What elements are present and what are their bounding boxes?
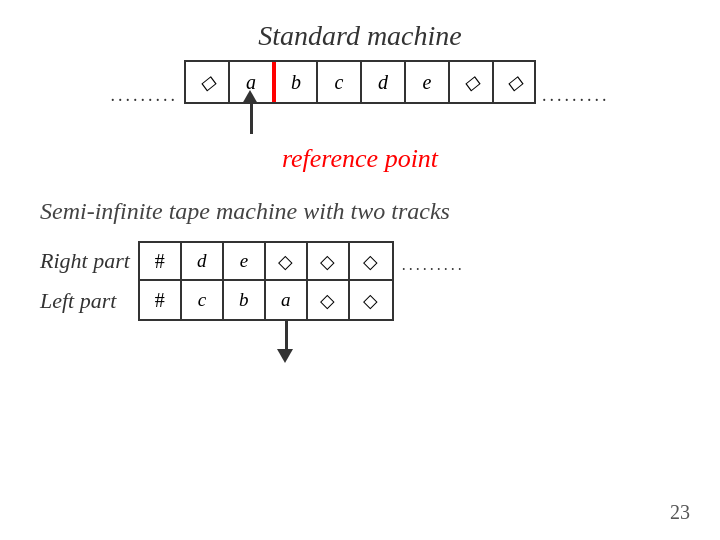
top-cell-3: ◇ [266, 243, 308, 281]
standard-tape-container: ◇ a b c d [184, 60, 536, 140]
bot-cell-0: # [140, 281, 182, 319]
top-cell-5: ◇ [350, 243, 392, 281]
dots-right: ········· [542, 90, 610, 111]
tape-cell-0: ◇ [184, 62, 228, 102]
bottom-track-row: # c b a ◇ ◇ [140, 281, 392, 319]
semi-infinite-title: Semi-infinite tape machine with two trac… [40, 198, 690, 225]
bottom-arrow-head [277, 349, 293, 363]
bot-cell-3: a [266, 281, 308, 319]
two-track-area: Right part Left part # d e ◇ ◇ [40, 241, 690, 359]
track-labels: Right part Left part [40, 241, 130, 321]
tape-cell-5-content: e [423, 71, 432, 94]
tape-cell-7: ◇ [492, 62, 536, 102]
tape-cell-5: e [404, 62, 448, 102]
tape-cell-4-content: d [378, 71, 388, 94]
page-number: 23 [670, 501, 690, 524]
tape-cell-2: b [272, 62, 316, 102]
tape-cell-0-content: ◇ [200, 70, 215, 94]
bot-cell-2: b [224, 281, 266, 319]
tape-cell-6: ◇ [448, 62, 492, 102]
right-part-label: Right part [40, 241, 130, 281]
standard-machine-title: Standard machine [30, 20, 690, 52]
tape-cell-4: d [360, 62, 404, 102]
tape-cells: ◇ a b c d [184, 60, 536, 104]
bot-cell-4: ◇ [308, 281, 350, 319]
double-tape: # d e ◇ ◇ ◇ # c [138, 241, 394, 321]
standard-arrow-container [184, 104, 536, 140]
standard-tape-row: ········· ◇ a b [30, 60, 690, 140]
page: Standard machine ········· ◇ a b [0, 0, 720, 540]
left-part-label: Left part [40, 281, 130, 321]
tape-cell-2-content: b [291, 71, 301, 94]
semi-dots-right: ········· [402, 241, 465, 279]
tape-cell-6-content: ◇ [464, 70, 479, 94]
dots-left: ········· [111, 90, 179, 111]
standard-tape-cells: ◇ a b c d [184, 60, 536, 104]
arrow-head [242, 90, 258, 104]
tape-cell-3-content: c [335, 71, 344, 94]
tape-cell-3: c [316, 62, 360, 102]
double-tape-wrapper: # d e ◇ ◇ ◇ # c [138, 241, 394, 359]
bottom-arrow-stem [285, 321, 288, 351]
reference-point-label: reference point [30, 144, 690, 174]
bottom-arrow-container [138, 321, 394, 359]
top-cell-0: # [140, 243, 182, 281]
bot-cell-5: ◇ [350, 281, 392, 319]
top-cell-4: ◇ [308, 243, 350, 281]
tape-cell-7-content: ◇ [507, 70, 522, 94]
top-cell-2: e [224, 243, 266, 281]
top-cell-1: d [182, 243, 224, 281]
bot-cell-1: c [182, 281, 224, 319]
arrow-stem [250, 104, 253, 134]
top-track-row: # d e ◇ ◇ ◇ [140, 243, 392, 281]
